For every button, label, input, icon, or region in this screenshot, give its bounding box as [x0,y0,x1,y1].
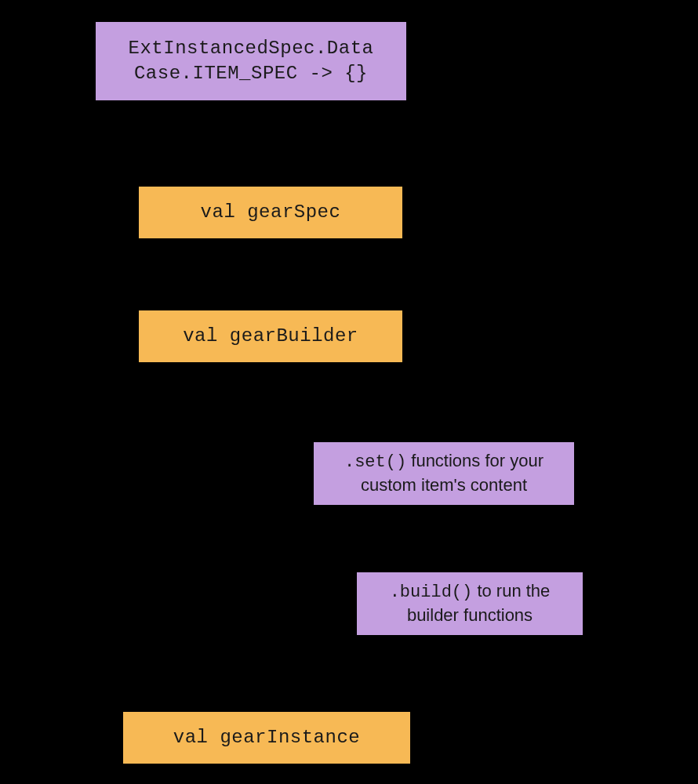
text-line: builder functions [407,604,533,627]
arrow [247,102,263,185]
arrow [436,506,452,571]
code-span: .set() [344,452,406,472]
text-span: functions for your [406,451,543,470]
box-gear-builder: val gearBuilder [137,309,404,364]
text-line: ExtInstancedSpec.Data [129,36,374,61]
box-gear-spec: val gearSpec [137,185,404,240]
text-line: .set() functions for your [344,450,543,474]
text-line: val gearInstance [173,725,360,750]
arrow [259,637,408,712]
arrow [337,364,439,442]
text-line: custom item's content [361,474,527,497]
box-ext-instanced-spec: ExtInstancedSpec.Data Case.ITEM_SPEC -> … [94,20,408,102]
box-set-functions: .set() functions for your custom item's … [312,441,576,506]
box-build-function: .build() to run the builder functions [355,571,584,637]
diagram-canvas: ExtInstancedSpec.Data Case.ITEM_SPEC -> … [0,0,698,784]
arrow [263,240,278,309]
text-line: Case.ITEM_SPEC -> {} [134,61,368,86]
text-line: val gearSpec [201,200,341,225]
code-span: .build() [390,583,473,602]
text-line: .build() to run the [390,580,551,604]
text-span: to run the [472,581,550,601]
box-gear-instance: val gearInstance [122,710,412,765]
text-line: val gearBuilder [183,324,358,349]
